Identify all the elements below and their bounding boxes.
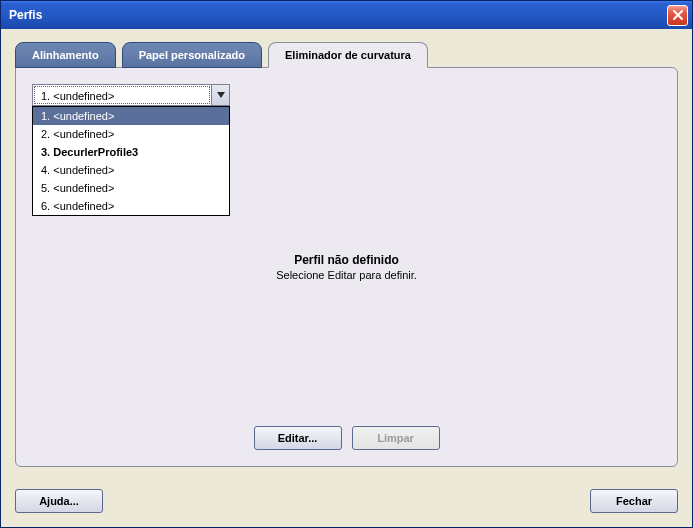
tab-panel: 1. <undefined> 1. <undefined> 2. <undefi… [15, 67, 678, 467]
option-label: 5. <undefined> [41, 182, 114, 194]
close-icon [672, 9, 684, 21]
profile-option[interactable]: 4. <undefined> [33, 161, 229, 179]
tab-alinhamento[interactable]: Alinhamento [15, 42, 116, 68]
tabs: Alinhamento Papel personalizado Eliminad… [15, 41, 678, 67]
tab-label: Eliminador de curvatura [285, 49, 411, 61]
profile-status-message: Perfil não definido Selecione Editar par… [276, 253, 417, 281]
button-label: Limpar [377, 432, 414, 444]
dialog-button-row: Ajuda... Fechar [1, 477, 692, 527]
option-label: 3. DecurlerProfile3 [41, 146, 138, 158]
edit-button[interactable]: Editar... [254, 426, 342, 450]
profile-combo-button[interactable] [211, 85, 229, 105]
panel-button-row: Editar... Limpar [32, 416, 661, 450]
option-label: 4. <undefined> [41, 164, 114, 176]
status-line1: Perfil não definido [276, 253, 417, 267]
chevron-down-icon [217, 92, 225, 98]
profile-option[interactable]: 5. <undefined> [33, 179, 229, 197]
profile-option[interactable]: 1. <undefined> [33, 107, 229, 125]
tab-papel-personalizado[interactable]: Papel personalizado [122, 42, 262, 68]
dialog-window: Perfis Alinhamento Papel personalizado E… [0, 0, 693, 528]
profile-dropdown-list: 1. <undefined> 2. <undefined> 3. Decurle… [32, 106, 230, 216]
profile-combo-value: 1. <undefined> [34, 86, 210, 104]
tab-label: Papel personalizado [139, 49, 245, 61]
window-title: Perfis [9, 8, 42, 22]
button-label: Fechar [616, 495, 652, 507]
profile-option[interactable]: 6. <undefined> [33, 197, 229, 215]
profile-combo[interactable]: 1. <undefined> [32, 84, 230, 106]
tab-label: Alinhamento [32, 49, 99, 61]
titlebar: Perfis [1, 1, 692, 29]
clear-button: Limpar [352, 426, 440, 450]
tab-eliminador-de-curvatura[interactable]: Eliminador de curvatura [268, 42, 428, 68]
profile-option[interactable]: 2. <undefined> [33, 125, 229, 143]
button-label: Ajuda... [39, 495, 79, 507]
button-label: Editar... [278, 432, 318, 444]
option-label: 1. <undefined> [41, 110, 114, 122]
help-button[interactable]: Ajuda... [15, 489, 103, 513]
option-label: 6. <undefined> [41, 200, 114, 212]
profile-option[interactable]: 3. DecurlerProfile3 [33, 143, 229, 161]
status-line2: Selecione Editar para definir. [276, 269, 417, 281]
close-dialog-button[interactable]: Fechar [590, 489, 678, 513]
content-area: Alinhamento Papel personalizado Eliminad… [1, 29, 692, 477]
profile-combo-container: 1. <undefined> 1. <undefined> 2. <undefi… [32, 84, 230, 106]
option-label: 2. <undefined> [41, 128, 114, 140]
close-button[interactable] [667, 5, 688, 26]
